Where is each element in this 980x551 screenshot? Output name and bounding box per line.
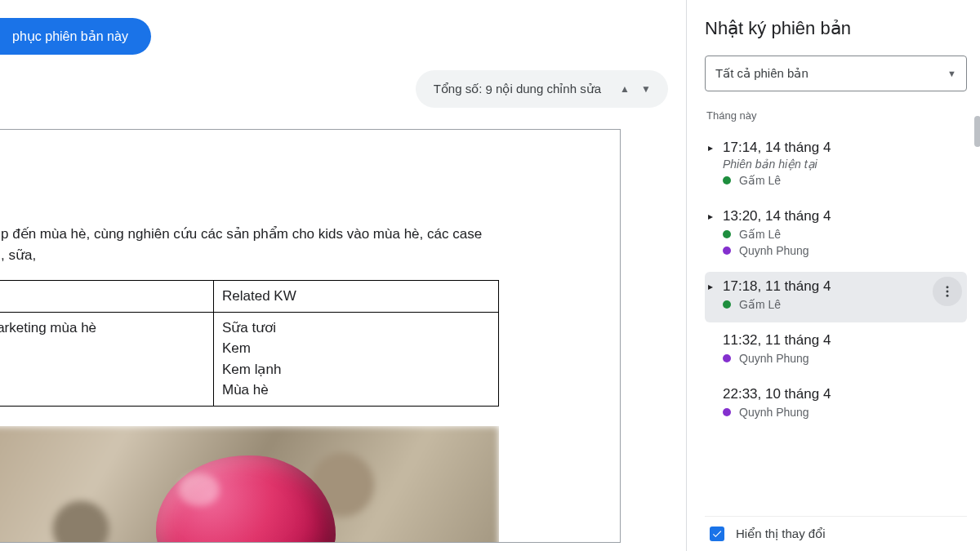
restore-version-button[interactable]: phục phiên bản này xyxy=(0,18,151,55)
total-edits-pill: Tổng số: 9 nội dung chỉnh sửa ▲ ▼ xyxy=(416,70,668,108)
dropdown-label: Tất cả phiên bản xyxy=(715,66,808,81)
version-timestamp: 11:32, 11 tháng 4 xyxy=(723,332,831,349)
version-timestamp: 22:33, 10 tháng 4 xyxy=(723,386,831,402)
editor-color-dot xyxy=(723,176,731,184)
editor-name: Quynh Phung xyxy=(739,352,809,365)
editor-color-dot xyxy=(723,247,731,255)
show-changes-checkbox[interactable] xyxy=(710,527,724,541)
versions-list: ▸17:14, 14 tháng 4Phiên bản hiện tạiGấm … xyxy=(705,133,967,516)
editor-name: Gấm Lê xyxy=(739,174,781,187)
version-editor: Gấm Lê xyxy=(723,174,964,187)
version-editor: Quynh Phung xyxy=(723,352,964,365)
scrollbar-thumb[interactable] xyxy=(974,116,980,147)
period-label: Tháng này xyxy=(706,109,967,122)
doc-line-2: , sữa, xyxy=(1,247,36,263)
totals-prefix: Tổng số: xyxy=(434,82,483,96)
editor-name: Gấm Lê xyxy=(739,228,781,241)
document-content: p đến mùa hè, cùng nghiên cứu các sản ph… xyxy=(0,130,620,543)
version-editor: Gấm Lê xyxy=(723,228,964,241)
version-item[interactable]: ▸17:18, 11 tháng 4Gấm Lê xyxy=(705,272,967,322)
table-row: marketing mùa hè Sữa tươiKemKem lạnhMùa … xyxy=(0,312,499,406)
editor-name: Quynh Phung xyxy=(739,406,809,419)
show-changes-row[interactable]: Hiển thị thay đổi xyxy=(705,516,967,544)
expand-caret-icon[interactable]: ▸ xyxy=(708,142,723,153)
table-row: Related KW xyxy=(0,281,499,313)
totals-count: 9 xyxy=(486,82,492,96)
document-image[interactable] xyxy=(0,426,499,544)
editor-color-dot xyxy=(723,354,731,362)
version-filter-dropdown[interactable]: Tất cả phiên bản ▼ xyxy=(705,56,967,91)
document-page[interactable]: p đến mùa hè, cùng nghiên cứu các sản ph… xyxy=(0,129,621,543)
editor-color-dot xyxy=(723,408,731,416)
expand-caret-icon[interactable]: ▸ xyxy=(708,211,723,222)
svg-point-0 xyxy=(947,286,949,288)
editor-name: Gấm Lê xyxy=(739,298,781,311)
editor-color-dot xyxy=(723,300,731,309)
check-icon xyxy=(711,528,723,540)
version-item[interactable]: ▸17:14, 14 tháng 4Phiên bản hiện tạiGấm … xyxy=(705,133,967,198)
expand-caret-icon[interactable]: ▸ xyxy=(708,281,723,292)
td-right: Sữa tươiKemKem lạnhMùa hè xyxy=(214,312,499,406)
editor-name: Quynh Phung xyxy=(739,244,809,257)
td-left: marketing mùa hè xyxy=(0,312,214,406)
document-pane: phục phiên bản này Tổng số: 9 nội dung c… xyxy=(0,0,686,551)
version-timestamp: 17:18, 11 tháng 4 xyxy=(723,278,831,295)
version-editor: Quynh Phung xyxy=(723,406,964,419)
version-timestamp: 13:20, 14 tháng 4 xyxy=(723,208,831,224)
version-history-panel: Nhật ký phiên bản Tất cả phiên bản ▼ Thá… xyxy=(686,0,980,551)
doc-line-1: p đến mùa hè, cùng nghiên cứu các sản ph… xyxy=(1,226,482,242)
show-changes-label: Hiển thị thay đổi xyxy=(736,527,826,541)
version-more-button[interactable] xyxy=(933,277,962,306)
more-vert-icon xyxy=(940,284,955,299)
prev-edit-button[interactable]: ▲ xyxy=(614,83,635,95)
keywords-table: Related KW marketing mùa hè Sữa tươiKemK… xyxy=(0,280,499,407)
svg-point-1 xyxy=(947,291,949,293)
version-item[interactable]: 11:32, 11 tháng 4Quynh Phung xyxy=(705,326,967,376)
totals-suffix: nội dung chỉnh sửa xyxy=(496,82,601,96)
editor-color-dot xyxy=(723,230,731,238)
version-timestamp: 17:14, 14 tháng 4 xyxy=(723,140,831,156)
version-item[interactable]: 22:33, 10 tháng 4Quynh Phung xyxy=(705,380,967,430)
version-item[interactable]: ▸13:20, 14 tháng 4Gấm LêQuynh Phung xyxy=(705,202,967,269)
version-editor: Quynh Phung xyxy=(723,244,964,257)
version-editor: Gấm Lê xyxy=(723,298,964,311)
next-edit-button[interactable]: ▼ xyxy=(635,83,657,95)
dropdown-caret-icon: ▼ xyxy=(947,69,956,78)
version-subtitle: Phiên bản hiện tại xyxy=(723,158,964,171)
th-related: Related KW xyxy=(214,281,499,313)
svg-point-2 xyxy=(947,295,949,297)
panel-title: Nhật ký phiên bản xyxy=(705,18,967,39)
